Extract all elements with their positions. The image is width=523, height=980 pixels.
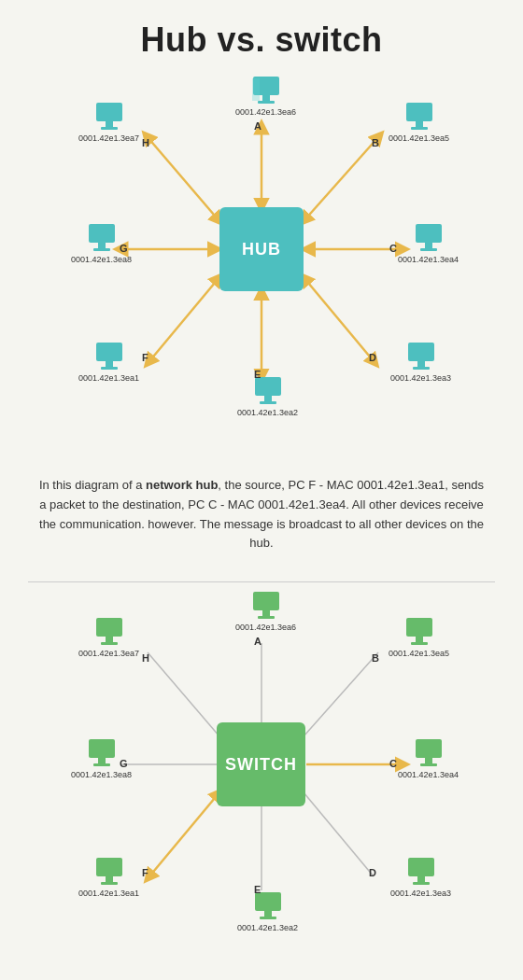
svg-line-3 — [304, 137, 378, 221]
pc-bottom-hub: 0001.42e1.3ea2 — [237, 377, 298, 417]
port-label-b-hub: B — [372, 137, 379, 148]
hub-description: In this diagram of a network hub, the so… — [0, 459, 523, 572]
svg-rect-27 — [106, 361, 113, 367]
svg-rect-62 — [106, 876, 113, 882]
svg-rect-51 — [411, 642, 428, 645]
svg-rect-49 — [406, 618, 432, 637]
svg-rect-47 — [262, 610, 270, 616]
svg-rect-14 — [406, 103, 432, 121]
svg-rect-11 — [262, 95, 270, 101]
port-label-h-hub: H — [142, 137, 149, 148]
pc-top-switch: 0001.42e1.3ea6 — [235, 592, 296, 632]
svg-rect-28 — [101, 367, 118, 370]
port-label-e-hub: E — [254, 369, 261, 380]
port-label-c-switch: C — [389, 758, 397, 769]
hub-diagram: HUB 0001.42e1.3ea6 A 0001.42e1.3ea5 B 00… — [0, 77, 523, 459]
switch-center-node: SWITCH — [217, 722, 305, 806]
svg-line-41 — [304, 652, 378, 736]
svg-rect-15 — [416, 121, 423, 127]
pc-tr-switch: 0001.42e1.3ea5 — [389, 618, 449, 658]
port-label-g-hub: G — [120, 243, 128, 254]
port-label-f-hub: F — [142, 352, 148, 363]
svg-line-9 — [148, 137, 219, 221]
pc-top-hub: 0001.42e1.3ea6 — [235, 77, 296, 117]
svg-rect-66 — [93, 763, 110, 766]
pc-bl-switch: 0001.42e1.3ea1 — [78, 858, 139, 898]
svg-rect-13 — [252, 78, 260, 101]
svg-rect-54 — [420, 763, 437, 766]
svg-rect-17 — [416, 224, 442, 243]
port-label-g-switch: G — [120, 758, 128, 769]
port-label-f-switch: F — [142, 867, 148, 878]
svg-rect-46 — [253, 592, 279, 610]
svg-rect-32 — [96, 103, 122, 121]
svg-rect-60 — [260, 917, 276, 919]
port-label-e-switch: E — [254, 884, 261, 895]
svg-line-5 — [304, 277, 374, 361]
port-label-c-hub: C — [389, 243, 397, 254]
svg-line-45 — [148, 652, 219, 736]
svg-rect-26 — [96, 343, 122, 361]
svg-rect-33 — [106, 121, 113, 127]
svg-rect-23 — [255, 377, 281, 396]
svg-rect-24 — [264, 396, 272, 401]
svg-rect-58 — [255, 892, 281, 911]
pc-tr-hub: 0001.42e1.3ea5 — [389, 103, 449, 143]
section-divider — [28, 581, 495, 582]
svg-rect-18 — [425, 243, 432, 248]
pc-br-switch: 0001.42e1.3ea3 — [390, 858, 451, 898]
svg-rect-25 — [260, 401, 276, 404]
pc-bl-hub: 0001.42e1.3ea1 — [78, 343, 139, 383]
pc-tl-switch: 0001.42e1.3ea7 — [78, 618, 139, 658]
port-label-d-switch: D — [369, 867, 376, 878]
pc-bottom-switch: 0001.42e1.3ea2 — [237, 892, 298, 932]
svg-rect-20 — [408, 343, 434, 361]
svg-rect-50 — [416, 637, 423, 642]
svg-line-7 — [149, 277, 219, 361]
page-title: Hub vs. switch — [0, 0, 523, 77]
svg-rect-63 — [101, 882, 118, 885]
svg-rect-19 — [420, 248, 437, 251]
svg-line-38 — [149, 792, 219, 876]
svg-rect-61 — [96, 858, 122, 876]
svg-rect-64 — [89, 739, 115, 758]
svg-rect-67 — [96, 618, 122, 637]
pc-right-switch: 0001.42e1.3ea4 — [398, 739, 459, 779]
pc-tl-hub: 0001.42e1.3ea7 — [78, 103, 139, 143]
svg-rect-68 — [106, 637, 113, 642]
svg-rect-59 — [264, 911, 272, 917]
port-label-a-switch: A — [254, 636, 262, 647]
port-label-b-switch: B — [372, 652, 379, 664]
svg-rect-56 — [417, 876, 425, 882]
svg-rect-29 — [89, 224, 115, 243]
switch-diagram: SWITCH 0001.42e1.3ea6 A 0001.42e1.3ea5 B… — [0, 592, 523, 980]
port-label-h-switch: H — [142, 652, 149, 664]
pc-br-hub: 0001.42e1.3ea3 — [390, 343, 451, 383]
pc-right-hub: 0001.42e1.3ea4 — [398, 224, 459, 264]
svg-rect-12 — [258, 101, 275, 104]
svg-rect-53 — [425, 758, 432, 763]
svg-rect-65 — [98, 758, 106, 763]
svg-rect-34 — [101, 127, 118, 130]
svg-rect-55 — [408, 858, 434, 876]
svg-rect-31 — [93, 248, 110, 251]
svg-rect-52 — [416, 739, 442, 758]
port-label-d-hub: D — [369, 352, 376, 363]
svg-line-42 — [304, 792, 374, 876]
port-label-a-hub: A — [254, 120, 262, 132]
svg-rect-30 — [98, 243, 106, 248]
svg-rect-69 — [101, 642, 118, 645]
svg-rect-21 — [417, 361, 425, 367]
svg-rect-48 — [258, 616, 275, 619]
svg-rect-22 — [413, 367, 430, 370]
svg-rect-57 — [413, 882, 430, 885]
svg-rect-16 — [411, 127, 428, 130]
hub-center-node: HUB — [219, 207, 304, 291]
